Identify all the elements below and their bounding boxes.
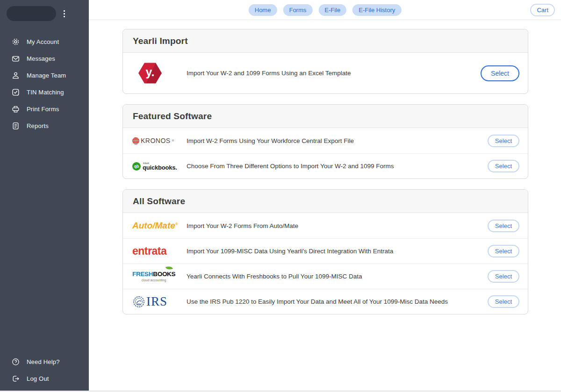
quickbooks-circle-icon: qb — [132, 162, 141, 171]
software-row-kronos: KRONOS® Import W-2 Forms Using Your Work… — [123, 128, 528, 153]
kebab-menu-icon[interactable] — [62, 8, 67, 19]
entrata-logo: entrata — [132, 245, 166, 257]
sidebar: My Account Messages Manage Team TIN Matc… — [0, 0, 89, 391]
software-row-freshbooks: FRESHBOOKS cloud accounting Yearli Conne… — [123, 264, 528, 289]
freshbooks-logo: FRESHBOOKS cloud accounting — [132, 271, 175, 282]
row-description: Import W-2 Forms Using Your Workforce Ce… — [187, 137, 354, 144]
sidebar-item-tin-matching[interactable]: TIN Matching — [0, 84, 89, 100]
logout-icon — [12, 375, 20, 383]
software-row-yearli: y. Import Your W-2 and 1099 Forms Using … — [123, 53, 528, 93]
software-row-quickbooks: qb intuit quickbooks. Choose From Three … — [123, 153, 528, 178]
logo-cell: FRESHBOOKS cloud accounting — [132, 271, 187, 282]
logo-cell: entrata — [132, 245, 187, 257]
nav-tab-forms[interactable]: Forms — [283, 4, 312, 16]
row-description: Import Your W-2 and 1099 Forms Using an … — [187, 70, 351, 77]
printer-icon — [12, 105, 20, 113]
quickbooks-logo: qb intuit quickbooks. — [132, 162, 177, 171]
nav-pills: Home Forms E-File E-File History — [249, 4, 402, 16]
card-title: Featured Software — [133, 111, 212, 121]
select-button-quickbooks[interactable]: Select — [488, 160, 519, 172]
gear-icon — [12, 38, 20, 46]
row-description: Import Your W-2 Forms From Auto/Mate — [187, 222, 298, 229]
person-icon — [12, 71, 20, 79]
kronos-globe-icon — [132, 137, 139, 144]
row-description: Use the IRS Pub 1220 to Easily Import Yo… — [187, 298, 448, 305]
sidebar-item-messages[interactable]: Messages — [0, 50, 89, 67]
irs-logo: IRS — [132, 294, 167, 309]
select-button-irs[interactable]: Select — [488, 295, 519, 308]
nav-tab-efile[interactable]: E-File — [318, 4, 346, 16]
sidebar-menu: My Account Messages Manage Team TIN Matc… — [0, 33, 89, 134]
sidebar-item-print-forms[interactable]: Print Forms — [0, 100, 89, 117]
sidebar-item-reports[interactable]: Reports — [0, 117, 89, 134]
software-row-entrata: entrata Import Your 1099-MISC Data Using… — [123, 238, 528, 264]
automate-logo: Auto/Mate® — [132, 221, 178, 231]
report-icon — [12, 122, 20, 130]
card-title: Yearli Import — [133, 36, 188, 46]
card-featured-software: Featured Software KRONOS® Import W-2 For… — [122, 104, 528, 179]
logo-cell: IRS — [132, 294, 187, 309]
logo-cell: KRONOS® — [132, 137, 187, 144]
sidebar-item-label: Log Out — [27, 375, 49, 382]
yearli-logo: y. — [138, 63, 162, 84]
sidebar-item-label: Reports — [27, 122, 49, 129]
envelope-icon — [12, 55, 20, 63]
sidebar-item-label: Need Help? — [27, 358, 60, 365]
software-row-irs: IRS Use the IRS Pub 1220 to Easily Impor… — [123, 289, 528, 314]
card-header: Featured Software — [123, 105, 528, 128]
card-all-software: All Software Auto/Mate® Import Your W-2 … — [122, 189, 528, 314]
help-icon — [12, 358, 20, 366]
tin-check-icon — [12, 88, 20, 96]
select-button-freshbooks[interactable]: Select — [488, 270, 519, 283]
app-window: My Account Messages Manage Team TIN Matc… — [0, 0, 561, 391]
card-yearli-import: Yearli Import y. Import Your W-2 and 109… — [122, 29, 528, 94]
card-header: All Software — [123, 190, 528, 213]
sidebar-item-label: My Account — [27, 38, 59, 45]
row-description: Import Your 1099-MISC Data Using Yearli'… — [187, 248, 393, 255]
sidebar-item-need-help[interactable]: Need Help? — [0, 353, 89, 370]
sidebar-item-label: Messages — [27, 55, 55, 62]
main-area: Home Forms E-File E-File History Cart Ye… — [89, 0, 561, 391]
software-row-automate: Auto/Mate® Import Your W-2 Forms From Au… — [123, 213, 528, 238]
sidebar-item-label: Manage Team — [27, 72, 66, 79]
select-button-entrata[interactable]: Select — [488, 245, 519, 257]
row-description: Choose From Three Different Options to I… — [187, 163, 394, 170]
row-description: Yearli Connects With Freshbooks to Pull … — [187, 273, 362, 280]
top-nav-bar: Home Forms E-File E-File History Cart — [89, 0, 561, 20]
irs-eagle-icon — [132, 295, 145, 308]
sidebar-item-my-account[interactable]: My Account — [0, 33, 89, 50]
select-button-automate[interactable]: Select — [488, 220, 519, 232]
kronos-logo: KRONOS® — [132, 137, 174, 144]
nav-tab-home[interactable]: Home — [249, 4, 277, 16]
logo-cell: y. — [132, 63, 187, 84]
sidebar-item-log-out[interactable]: Log Out — [0, 370, 89, 387]
select-button-kronos[interactable]: Select — [488, 135, 519, 147]
logo-cell: Auto/Mate® — [132, 221, 187, 231]
cart-button[interactable]: Cart — [530, 4, 555, 16]
sidebar-item-manage-team[interactable]: Manage Team — [0, 67, 89, 84]
logo-cell: qb intuit quickbooks. — [132, 162, 187, 171]
sidebar-item-label: Print Forms — [27, 106, 59, 113]
content: Yearli Import y. Import Your W-2 and 109… — [89, 20, 561, 391]
card-title: All Software — [133, 196, 185, 207]
nav-tab-efile-history[interactable]: E-File History — [352, 4, 401, 16]
sidebar-item-label: TIN Matching — [27, 89, 64, 96]
sidebar-header — [0, 0, 89, 21]
card-header: Yearli Import — [123, 29, 528, 53]
sidebar-footer: Need Help? Log Out — [0, 353, 89, 387]
select-button-yearli[interactable]: Select — [481, 65, 519, 81]
brand-logo-placeholder — [7, 6, 56, 21]
